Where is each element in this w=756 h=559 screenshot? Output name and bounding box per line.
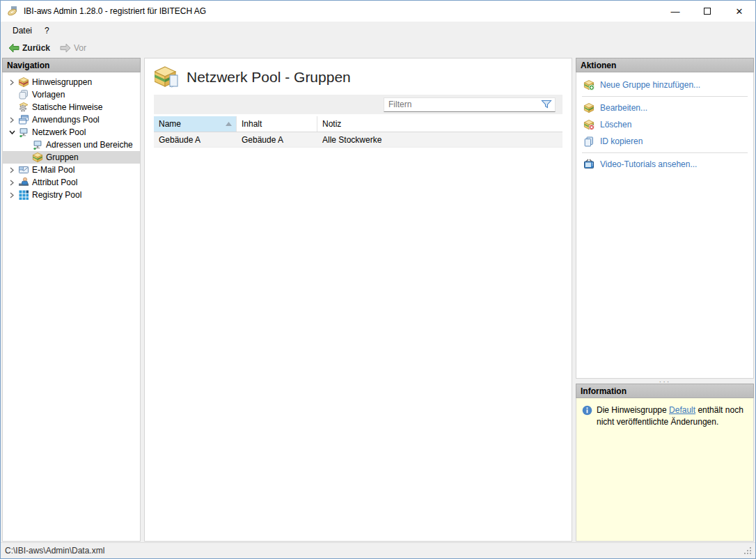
chevron-right-icon[interactable] (7, 180, 17, 186)
back-button[interactable]: Zurück (5, 42, 54, 54)
app-window: IBI-aws Admin 1.28.0 - registriert für I… (0, 0, 756, 559)
information-header: Information (576, 384, 754, 398)
menu-help[interactable]: ? (38, 23, 56, 38)
maximize-button[interactable] (691, 1, 723, 22)
templates-icon (18, 89, 29, 100)
email-pool-icon (18, 164, 29, 175)
sidebar-item-netzwerk-pool[interactable]: Netzwerk Pool (3, 126, 140, 139)
delete-icon (583, 119, 594, 130)
filter-icon[interactable] (541, 100, 552, 109)
video-tutorials-link[interactable]: Video-Tutorials ansehen... (582, 156, 748, 173)
window-title: IBI-aws Admin 1.28.0 - registriert für I… (24, 6, 206, 16)
tv-icon (583, 159, 594, 170)
chevron-right-icon[interactable] (7, 192, 17, 198)
navigation-tree: Hinweisgruppen Vorlagen (2, 72, 141, 542)
static-notices-icon (18, 102, 29, 113)
table-row[interactable]: Gebäude A Gebäude A Alle Stockwerke (154, 132, 562, 148)
registry-pool-icon (18, 189, 29, 200)
table-header-name[interactable]: Name (154, 116, 237, 132)
forward-arrow-icon (60, 43, 71, 53)
copy-id-link[interactable]: ID kopieren (582, 133, 748, 150)
chevron-right-icon[interactable] (7, 79, 17, 86)
groups-icon (32, 152, 43, 163)
back-arrow-icon (8, 43, 19, 53)
menu-bar: Datei ? (1, 22, 755, 40)
minimize-button[interactable]: — (659, 1, 691, 22)
resize-grip[interactable] (743, 546, 753, 556)
edit-link[interactable]: Bearbeiten... (582, 100, 748, 116)
actions-separator (582, 96, 748, 97)
sidebar-item-registry-pool[interactable]: Registry Pool (3, 189, 140, 201)
sidebar-item-email-pool[interactable]: E-Mail Pool (3, 164, 140, 176)
delete-link[interactable]: Löschen (582, 116, 748, 133)
edit-icon (583, 102, 594, 113)
info-message: Die Hinweisgruppe Default enthält noch n… (597, 404, 748, 429)
network-pool-icon (18, 127, 29, 138)
groups-table: Name Inhalt Notiz Gebäude A Gebäude A Al… (154, 116, 562, 533)
actions-body: Neue Gruppe hinzufügen... Bearbeiten... … (576, 72, 754, 379)
workspace: Navigation Hinweisgruppen Vorlagen (1, 56, 755, 542)
table-header-inhalt[interactable]: Inhalt (237, 116, 317, 132)
main-panel: Netzwerk Pool - Gruppen Name (144, 58, 572, 542)
sidebar-item-hinweisgruppen[interactable]: Hinweisgruppen (3, 76, 140, 88)
sidebar-item-attribut-pool[interactable]: Attribut Pool (3, 176, 140, 189)
application-pool-icon (18, 114, 29, 125)
addresses-icon (32, 139, 43, 150)
title-bar: IBI-aws Admin 1.28.0 - registriert für I… (1, 1, 755, 22)
filter-strip (154, 95, 562, 114)
sidebar-item-statische-hinweise[interactable]: Statische Hinweise (3, 101, 140, 113)
add-group-icon (583, 79, 594, 90)
group-box-page-icon (155, 65, 180, 89)
notice-groups-icon (18, 77, 29, 88)
filter-input[interactable] (384, 100, 541, 109)
status-bar: C:\IBI-aws\Admin\Data.xml (1, 542, 755, 558)
toolbar: Zurück Vor (1, 40, 755, 56)
attribute-pool-icon (18, 177, 29, 188)
data-file-path: C:\IBI-aws\Admin\Data.xml (5, 546, 104, 556)
actions-header: Aktionen (576, 58, 754, 72)
add-group-link[interactable]: Neue Gruppe hinzufügen... (582, 77, 748, 93)
table-header-notiz[interactable]: Notiz (317, 116, 562, 132)
page-title: Netzwerk Pool - Gruppen (187, 69, 351, 86)
sidebar-item-gruppen[interactable]: Gruppen (3, 151, 140, 164)
chevron-right-icon[interactable] (7, 167, 17, 173)
app-icon (7, 6, 18, 17)
forward-button[interactable]: Vor (56, 42, 90, 54)
right-panel: Aktionen Neue Gruppe hinzufügen... Bearb… (576, 58, 754, 542)
sort-asc-icon (226, 122, 232, 126)
information-body: Die Hinweisgruppe Default enthält noch n… (576, 398, 754, 542)
chevron-right-icon[interactable] (7, 117, 17, 123)
table-header-row: Name Inhalt Notiz (154, 116, 562, 132)
filter-box (384, 97, 556, 112)
chevron-down-icon[interactable] (7, 129, 17, 135)
sidebar-item-vorlagen[interactable]: Vorlagen (3, 88, 140, 101)
sidebar-item-anwendungs-pool[interactable]: Anwendungs Pool (3, 113, 140, 126)
navigation-header: Navigation (2, 58, 141, 72)
actions-separator (582, 152, 748, 153)
panel-splitter[interactable]: ··· (576, 379, 754, 384)
info-icon (582, 405, 592, 416)
close-button[interactable]: ✕ (723, 1, 755, 22)
navigation-panel: Navigation Hinweisgruppen Vorlagen (2, 58, 141, 542)
copy-icon (583, 136, 594, 147)
sidebar-item-adressen-und-bereiche[interactable]: Adressen und Bereiche (3, 139, 140, 151)
default-group-link[interactable]: Default (669, 405, 695, 415)
menu-datei[interactable]: Datei (6, 23, 38, 38)
